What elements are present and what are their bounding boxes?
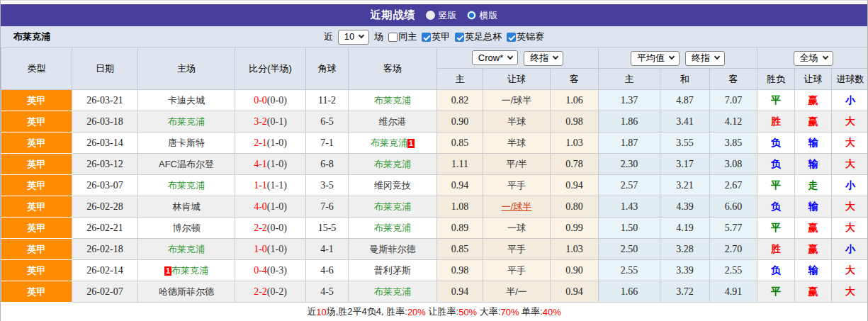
crow-home-odds: 0.94	[437, 281, 483, 303]
results-tbody: 英甲26-03-21卡迪夫城0-0(0-0)11-2布莱克浦0.82一/球半1.…	[1, 90, 868, 303]
result-handicap: 输	[795, 196, 832, 218]
crow-away-odds: 0.90	[551, 260, 599, 281]
corners-cell: 4-1	[306, 239, 349, 260]
match-row: 英甲26-02-18布莱克浦1-0(1-0)4-1曼斯菲尔德0.85平手1.03…	[1, 239, 868, 260]
full-match-group-header: 全场	[757, 48, 868, 69]
checkbox-label: 同主	[398, 30, 417, 43]
avg-draw-odds: 3.17	[660, 154, 710, 175]
avg-home-odds: 2.50	[599, 239, 660, 260]
team-name-text: 唐卡斯特	[168, 137, 205, 148]
average-select[interactable]: 平均值	[631, 51, 680, 66]
league-badge: 英甲	[1, 260, 72, 281]
radio-horizontal-label: 横版	[480, 9, 498, 22]
result-outcome: 平	[757, 281, 795, 303]
layout-horizontal-radio[interactable]: 横版	[467, 9, 498, 22]
crow-handicap: 平手	[483, 260, 551, 281]
avg-away-odds: 2.67	[710, 175, 757, 196]
live-count-badge: 1	[407, 139, 415, 148]
title-bar: 近期战绩 竖版 横版	[1, 4, 867, 26]
full-match-select[interactable]: 全场	[794, 51, 833, 66]
summary-segment: 50%	[458, 307, 477, 317]
crow-home-odds: 1.11	[437, 154, 483, 175]
full-time-score: 2-1	[254, 137, 267, 148]
avg-draw-odds: 4.19	[660, 218, 710, 239]
avg-away-odds: 2.55	[710, 260, 757, 281]
corners-cell: 7-1	[306, 133, 349, 154]
layout-vertical-radio[interactable]: 竖版	[426, 9, 457, 22]
chevron-down-icon	[822, 54, 828, 60]
match-row: 英甲26-02-28林肯城4-0(1-0)7-6布莱克浦1.08一/球半0.80…	[1, 196, 868, 218]
score-cell: 2-2(0-0)	[235, 218, 306, 239]
team-name: 布莱克浦	[374, 223, 411, 233]
filter-bar: 布莱克浦 近 10 场 同主 英甲 英足总杯 英锦赛	[1, 26, 867, 47]
corners-cell: 4-6	[306, 260, 349, 281]
checkbox-checked-icon	[455, 33, 464, 42]
rounds-select-value: 10	[344, 31, 354, 42]
crow-home-odds: 0.85	[437, 133, 483, 154]
crow-stage-select[interactable]: 终指	[524, 51, 563, 66]
result-goals: 大	[832, 111, 868, 133]
team-name: 维尔港	[379, 116, 407, 127]
half-time-score: (1-0)	[267, 201, 287, 212]
team-name: 布莱克浦	[374, 95, 411, 106]
avg-away-odds: 7.07	[710, 90, 757, 111]
crow-away-odds: 0.80	[551, 196, 599, 218]
average-stage-select-value: 终指	[692, 52, 710, 64]
rounds-select[interactable]: 10	[338, 30, 369, 45]
match-date: 26-03-21	[72, 90, 138, 111]
full-time-score: 4-0	[254, 201, 267, 212]
half-time-score: (1-1)	[267, 180, 287, 191]
away-team-cell: 布莱克浦	[349, 218, 437, 239]
half-time-score: (1-0)	[267, 244, 287, 254]
filter-checkbox-efl-trophy[interactable]: 英锦赛	[507, 30, 544, 43]
filter-checkbox-same-home[interactable]: 同主	[388, 30, 417, 43]
crow-away-odds: 1.06	[551, 90, 599, 111]
team-name-text: 布莱克浦	[374, 159, 411, 169]
team-name-text: 博尔顿	[173, 223, 201, 233]
half-time-score: (0-1)	[267, 116, 287, 127]
checkbox-icon	[388, 33, 398, 42]
crow-stage-select-value: 终指	[530, 52, 548, 64]
bookmaker-select[interactable]: Crow*	[472, 50, 518, 65]
corners-cell: 3-5	[306, 175, 349, 196]
result-handicap: 输	[795, 133, 832, 154]
col-header-home: 主场	[138, 48, 235, 90]
summary-segment: 70%	[500, 307, 519, 317]
score-cell: 1-1(1-1)	[235, 175, 306, 196]
crow-away-odds: 0.78	[551, 154, 599, 175]
home-team-cell: 唐卡斯特	[138, 133, 235, 154]
avg-home-odds: 1.86	[599, 111, 660, 133]
avg-draw-odds: 3.39	[660, 260, 710, 281]
half-time-score: (1-0)	[267, 137, 287, 148]
result-goals: 小	[832, 239, 868, 260]
checkbox-label: 英甲	[432, 30, 450, 43]
summary-segment: 40%	[543, 307, 561, 317]
home-team-cell: 布莱克浦	[138, 239, 235, 260]
home-team-cell: 布莱克浦	[138, 175, 235, 196]
half-time-score: (0-3)	[267, 265, 287, 276]
crow-handicap[interactable]: 一/球半	[483, 196, 551, 218]
checkbox-checked-icon	[422, 33, 431, 42]
half-time-score: (0-0)	[267, 223, 287, 233]
team-name-text: 布莱克浦	[168, 244, 205, 254]
avg-draw-odds: 3.28	[660, 239, 710, 260]
away-team-cell: 维冈竞技	[349, 175, 437, 196]
average-odds-group-header: 平均值终指	[599, 48, 757, 69]
results-table: 类型 日期 主场 比分(半场) 角球 客场 Crow*终指 平均值终指 全场 主…	[1, 47, 868, 303]
filter-checkbox-fa-cup[interactable]: 英足总杯	[455, 30, 502, 43]
near-label: 近	[324, 30, 333, 43]
team-name: 布莱克浦	[168, 116, 205, 127]
home-team-cell: AFC温布尔登	[138, 154, 235, 175]
filter-controls: 近 10 场 同主 英甲 英足总杯 英锦赛	[324, 30, 544, 45]
result-handicap: 赢	[795, 218, 832, 239]
col-header-type: 类型	[1, 48, 72, 90]
avg-draw-odds: 4.39	[660, 196, 710, 218]
avg-draw-odds: 3.41	[660, 111, 710, 133]
team-name: 布莱克浦1	[371, 137, 415, 148]
away-team-cell: 布莱克浦	[349, 90, 437, 111]
subcol-avg-draw: 和	[660, 69, 710, 90]
crow-handicap: 半球	[483, 133, 551, 154]
match-row: 英甲26-03-14唐卡斯特2-1(1-0)7-1布莱克浦10.85半球1.03…	[1, 133, 868, 154]
average-stage-select[interactable]: 终指	[685, 51, 725, 66]
filter-checkbox-league-one[interactable]: 英甲	[422, 30, 450, 43]
